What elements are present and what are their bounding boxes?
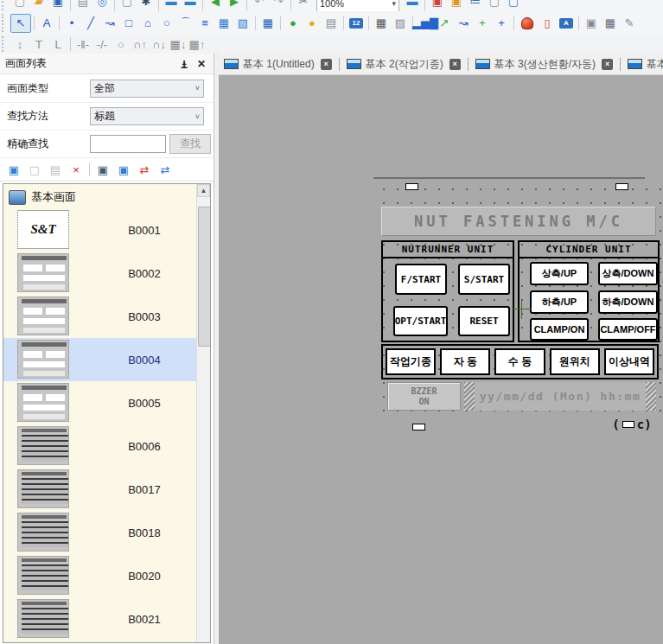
screen-thumbnail[interactable] [17,599,69,638]
buzzer-on-button[interactable]: BZZER ON [387,382,461,411]
switch-part-icon[interactable]: ● [284,15,303,32]
tab-1[interactable]: 基本 1(Untitled)× [219,57,337,72]
system-settings-gear-icon[interactable]: ✱ [137,0,156,10]
rect-tool-icon[interactable]: □ [119,15,138,32]
ellipse-tool-icon[interactable]: ○ [157,15,176,32]
clamp-off-button[interactable]: CLAMP/OFF [598,318,658,341]
reset-button[interactable]: RESET [458,306,510,336]
screen-item-b0002[interactable]: B0002 [3,252,197,295]
screen-thumbnail[interactable] [17,556,69,595]
screen-thumbnail[interactable]: S&T [17,210,69,249]
bit-marker[interactable] [405,183,418,190]
screen-preview-icon[interactable]: ▬ [403,0,422,10]
f-start-button[interactable]: F/START [395,264,447,295]
screen-item-b0001[interactable]: S&TB0001 [3,208,197,252]
screen-thumbnail[interactable] [17,340,69,379]
design-top-line[interactable] [373,177,645,179]
table-part-icon[interactable]: ▦ [258,15,277,32]
comment-display-part-icon[interactable]: A [559,18,573,29]
screen-capture-red-icon[interactable]: ▣ [428,0,447,10]
fill-down-part-icon[interactable]: ▦↓ [169,35,188,53]
tab-close-icon[interactable]: × [449,59,461,70]
s-start-button[interactable]: S/START [458,264,510,295]
paste-screen-icon[interactable]: ▤ [45,161,66,178]
trend-graph-part-icon[interactable]: ↝ [454,15,473,32]
numeric-display-part-icon[interactable]: 12 [349,18,363,29]
work-model-button[interactable]: 작업기종 [386,348,436,375]
doc-blank-icon[interactable]: ▢ [485,0,504,10]
dot-tool-icon[interactable]: • [62,15,81,32]
upper-down-button[interactable]: 상측/DOWN [598,262,658,285]
search-button[interactable]: 查找 [169,134,211,154]
line-graph-part-icon[interactable]: ↗ [435,15,454,32]
gauge-up-part-icon[interactable]: ∩↑ [131,35,150,53]
scrollbar[interactable]: ▲ [196,184,210,642]
close-icon[interactable]: ✕ [194,57,208,71]
arc-tool-icon[interactable]: ⌒ [176,15,195,32]
screen-thumbnail[interactable] [17,253,69,292]
alarm-list-part-icon[interactable]: ▯ [538,15,557,32]
move-route-green-icon[interactable]: + [473,15,492,32]
polyline-tool-icon[interactable]: ↝ [100,15,119,32]
screen-item-b0020[interactable]: B0020 [3,554,197,597]
error-history-button[interactable]: 이상내역 [604,348,654,375]
screen-capture-yellow-icon[interactable]: ▣ [447,0,466,10]
auto-button[interactable]: 자 동 [440,348,490,375]
preview-monitor-icon[interactable]: ▣ [92,161,113,178]
label-part-icon[interactable]: L [48,35,67,53]
screen-item-b0017[interactable]: B0017 [3,468,197,511]
nav-forward-icon[interactable]: ▶ [225,0,244,10]
screen-thumbnail[interactable] [17,513,69,552]
contact-b-part-icon[interactable]: -/- [92,35,112,53]
copy-screen-icon[interactable]: ▢ [24,161,45,178]
screen-thumbnail[interactable] [17,642,69,643]
scrollbar-thumb[interactable] [198,207,211,347]
screen-item-b0021[interactable]: B0021 [3,597,197,641]
tab-2[interactable]: 基本 2(작업기종)× [341,57,466,72]
screen-item-b0004[interactable]: B0004 [3,338,197,381]
tab-4[interactable]: 基本 5(× [622,57,663,72]
open-folder-icon[interactable]: ▰ [29,0,48,10]
polygon-tool-icon[interactable]: ⌂ [138,15,157,32]
search-method-select[interactable]: 标题 ˅ [90,107,204,125]
tab-3[interactable]: 基本 3(생산현황/자동)× [470,57,618,72]
delete-screen-icon[interactable]: × [66,161,86,178]
scale-tool-icon[interactable]: ≡ [195,15,214,32]
screen-folder-icon[interactable]: ▬ [181,0,200,10]
save-icon[interactable]: ▣ [48,0,67,10]
cut-icon[interactable]: ✂ [294,0,313,10]
image-import-icon[interactable]: ▧ [233,15,252,32]
screen-item[interactable] [3,641,197,643]
screen-item-b0006[interactable]: B0006 [3,424,197,468]
screen-item-b0005[interactable]: B0005 [3,381,197,424]
clamp-on-button[interactable]: CLAMP/ON [530,318,589,341]
lamp-part-icon[interactable]: ● [303,15,322,32]
design-canvas[interactable]: NUT FASTENING M/C NUTRUNNER UNIT CYLINDE… [219,75,663,644]
contact-a-part-icon[interactable]: -‖- [73,35,92,53]
fill-up-part-icon[interactable]: ▦↑ [188,35,207,53]
search-input[interactable] [90,135,166,153]
select-tool-icon[interactable]: ↖ [10,14,31,33]
screen-upload-icon[interactable]: ⇄ [134,161,155,178]
bar-graph-part-icon[interactable]: ▂▅▇ [416,15,435,32]
spin-input-part-icon[interactable]: ↕ [10,35,29,53]
print-icon[interactable]: ▤ [73,0,92,10]
datetime-display[interactable]: yy/mm/dd (Mon) hh:mm [464,382,656,411]
tab-close-icon[interactable]: × [602,59,613,70]
gauge-down-part-icon[interactable]: ∩↓ [150,35,169,53]
redo-icon[interactable]: ↷ [269,0,288,10]
screen-thumbnail[interactable] [17,296,69,335]
undo-icon[interactable]: ↶ [250,0,269,10]
move-route-blue-icon[interactable]: + [492,15,511,32]
print-preview-icon[interactable]: ◎ [92,0,112,10]
word-lamp-part-icon[interactable]: ▤ [322,15,341,32]
upper-up-button[interactable]: 상측/UP [530,262,589,285]
screen-thumbnail[interactable] [17,426,69,465]
image-tool-icon[interactable]: ▦ [214,15,233,32]
grid-part-icon[interactable]: ▦ [372,15,391,32]
pen-part-icon[interactable]: ✎ [620,15,639,32]
text-input-part-icon[interactable]: T [29,35,48,53]
section-header-basic-screens[interactable]: 基本画面 [3,186,197,208]
lower-up-button[interactable]: 하측/UP [530,290,589,314]
pin-icon[interactable]: Ŧ [177,57,191,71]
